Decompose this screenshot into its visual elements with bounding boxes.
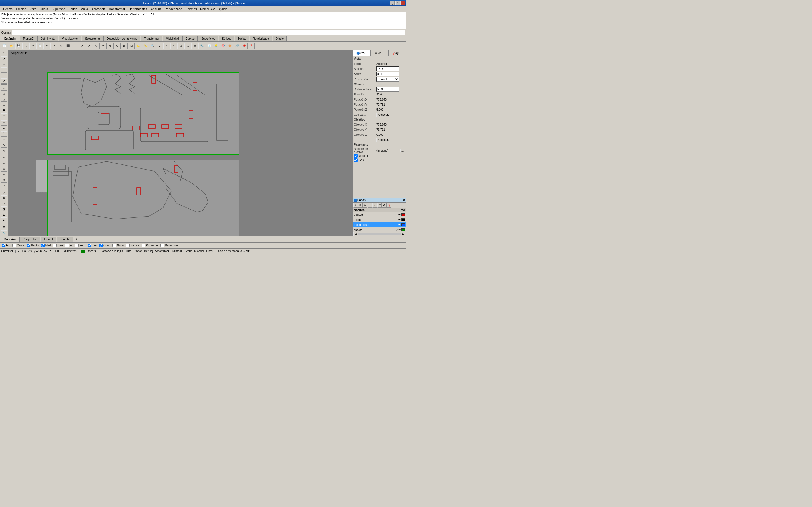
toolbar-btn-27[interactable]: ⚙ bbox=[192, 43, 198, 49]
snap-checkbox-cerca[interactable] bbox=[12, 244, 16, 247]
toolbar-btn-23[interactable]: △ bbox=[163, 43, 170, 49]
toolbar-btn-20[interactable]: 📏 bbox=[142, 43, 149, 49]
viewport-dropdown-icon[interactable]: ▼ bbox=[24, 51, 27, 55]
toolbar-btn-30[interactable]: 💡 bbox=[213, 43, 219, 49]
snap-item-proyectar[interactable]: Proyectar bbox=[142, 244, 158, 247]
toolbar-btn-0[interactable]: 📄 bbox=[1, 43, 8, 49]
toolbar-btn-15[interactable]: ⊕ bbox=[107, 43, 114, 49]
maximize-button[interactable]: □ bbox=[395, 1, 400, 5]
toolbar-tab-superficies[interactable]: Superficies bbox=[198, 36, 218, 41]
layer-row-pockets[interactable]: pockets👁 bbox=[353, 212, 406, 217]
toolbar-btn-13[interactable]: ⟲ bbox=[93, 43, 100, 49]
snap-checkbox-perp[interactable] bbox=[75, 244, 79, 247]
layer-eye-icon-3[interactable]: 👁 bbox=[398, 228, 401, 231]
toolbar-btn-19[interactable]: 📐 bbox=[135, 43, 142, 49]
layer-row-sheets[interactable]: sheets✓👁 bbox=[353, 227, 406, 231]
layer-color-0[interactable] bbox=[402, 213, 405, 216]
toolbar-btn-29[interactable]: 📊 bbox=[206, 43, 212, 49]
left-tool-btn-5[interactable]: ⤢ bbox=[1, 78, 7, 83]
menu-item-acotación[interactable]: Acotación bbox=[90, 7, 107, 11]
toolbar-tab-visualización[interactable]: Visualización bbox=[59, 36, 82, 41]
snap-checkbox-fin[interactable] bbox=[2, 244, 5, 247]
toolbar-btn-5[interactable]: 📋 bbox=[36, 43, 43, 49]
snap-checkbox-med[interactable] bbox=[41, 244, 45, 247]
left-tool-btn-19[interactable]: ⊞ bbox=[1, 161, 7, 166]
snap-checkbox-vértice[interactable] bbox=[126, 244, 130, 247]
hscroll-track[interactable] bbox=[358, 233, 401, 235]
prop-pos-btn[interactable]: Colocar... bbox=[376, 113, 392, 117]
prop-distancia-input[interactable] bbox=[376, 87, 399, 92]
layer-tool-add[interactable]: + bbox=[353, 203, 358, 208]
snap-item-tan[interactable]: Tan bbox=[88, 244, 97, 247]
left-tool-btn-6[interactable]: ○ bbox=[1, 86, 7, 91]
toolbar-btn-25[interactable]: □ bbox=[177, 43, 184, 49]
left-tool-btn-16[interactable]: ∿ bbox=[1, 143, 7, 148]
toolbar-tab-planosc[interactable]: PlanosC bbox=[20, 36, 37, 41]
toolbar-btn-7[interactable]: ↪ bbox=[50, 43, 57, 49]
layer-tool-cut[interactable]: ✂ bbox=[363, 203, 367, 208]
view-tab-superior[interactable]: Superior bbox=[1, 237, 19, 242]
snap-checkbox-tan[interactable] bbox=[88, 244, 91, 247]
menu-item-paneles[interactable]: Paneles bbox=[184, 7, 199, 11]
left-tool-btn-1[interactable]: ↗ bbox=[1, 56, 7, 62]
snap-checkbox-proyectar[interactable] bbox=[142, 244, 145, 247]
left-tool-btn-13[interactable]: ✒ bbox=[1, 126, 7, 131]
toolbar-btn-35[interactable]: ❓ bbox=[248, 43, 255, 49]
toolbar-btn-9[interactable]: ⬛ bbox=[64, 43, 71, 49]
menu-item-edición[interactable]: Edición bbox=[14, 7, 28, 11]
layer-row-lounge-chair[interactable]: lounge chair👁 bbox=[353, 222, 406, 227]
viewport-area[interactable]: Superior ▼ bbox=[8, 50, 352, 236]
hscroll-right-btn[interactable]: ▶ bbox=[401, 232, 405, 236]
left-tool-btn-23[interactable]: ∩ bbox=[1, 183, 7, 188]
menu-item-análisis[interactable]: Análisis bbox=[149, 7, 163, 11]
layer-tool-up[interactable]: ↑ bbox=[368, 203, 372, 208]
toolbar-btn-4[interactable]: ✂ bbox=[29, 43, 36, 49]
snap-item-med[interactable]: Med bbox=[41, 244, 51, 247]
snap-item-int[interactable]: Int bbox=[65, 244, 73, 247]
toolbar-btn-16[interactable]: ⊖ bbox=[114, 43, 121, 49]
menu-item-curva[interactable]: Curva bbox=[38, 7, 50, 11]
left-tool-btn-7[interactable]: □ bbox=[1, 91, 7, 96]
toolbar-tab-dibujo[interactable]: Dibujo bbox=[273, 36, 287, 41]
layer-tool-delete[interactable]: 🗑 bbox=[358, 203, 363, 208]
left-tool-btn-18[interactable]: ✂ bbox=[1, 155, 7, 161]
snap-item-perp[interactable]: Perp bbox=[75, 244, 86, 247]
toolbar-tab-curvas[interactable]: Curvas bbox=[183, 36, 198, 41]
layer-color-3[interactable] bbox=[402, 228, 405, 231]
left-tool-btn-28[interactable]: ⬕ bbox=[1, 212, 7, 217]
toolbar-btn-32[interactable]: 🎨 bbox=[227, 43, 234, 49]
left-tool-btn-31[interactable]: 🔧 bbox=[1, 230, 7, 236]
layer-row-profile[interactable]: profile👁 bbox=[353, 217, 406, 222]
minimize-button[interactable]: _ bbox=[390, 1, 395, 5]
toolbar-btn-1[interactable]: 📂 bbox=[8, 43, 15, 49]
menu-item-vista[interactable]: Vista bbox=[28, 7, 38, 11]
left-tool-btn-3[interactable]: ↔ bbox=[1, 67, 7, 73]
layer-eye-icon-1[interactable]: 👁 bbox=[398, 218, 401, 221]
left-tool-btn-21[interactable]: ⊕ bbox=[1, 172, 7, 177]
snap-checkbox-desactivar[interactable] bbox=[160, 244, 164, 247]
prop-anchura-input[interactable] bbox=[376, 66, 399, 71]
menu-item-herramientas[interactable]: Herramientas bbox=[127, 7, 149, 11]
toolbar-btn-11[interactable]: ↗ bbox=[79, 43, 86, 49]
toolbar-btn-6[interactable]: ↩ bbox=[43, 43, 50, 49]
left-tool-btn-9[interactable]: ⬡ bbox=[1, 102, 7, 107]
left-tool-btn-29[interactable]: ⬖ bbox=[1, 217, 7, 223]
toolbar-btn-28[interactable]: 🔧 bbox=[199, 43, 205, 49]
menu-item-ayuda[interactable]: Ayuda bbox=[217, 7, 229, 11]
toolbar-tab-estándar[interactable]: Estándar bbox=[1, 36, 19, 41]
rp-tab-visibility[interactable]: 👁 Vis... bbox=[370, 50, 388, 56]
left-tool-btn-8[interactable]: △ bbox=[1, 97, 7, 102]
snap-checkbox-punto[interactable] bbox=[27, 244, 31, 247]
snap-item-desactivar[interactable]: Desactivar bbox=[160, 244, 178, 247]
rp-tab-properties[interactable]: 🔵 Pro... bbox=[353, 50, 370, 56]
snap-item-nodo[interactable]: Nodo bbox=[112, 244, 124, 247]
menu-item-sólido[interactable]: Sólido bbox=[67, 7, 79, 11]
snap-checkbox-nodo[interactable] bbox=[112, 244, 116, 247]
layer-tool-down[interactable]: ↓ bbox=[372, 203, 377, 208]
toolbar-btn-21[interactable]: 🔍 bbox=[149, 43, 156, 49]
layer-eye-icon-2[interactable]: 👁 bbox=[398, 223, 401, 226]
snap-item-cen[interactable]: Cen bbox=[53, 244, 63, 247]
close-button[interactable]: ✕ bbox=[400, 1, 405, 5]
snap-item-vértice[interactable]: Vértice bbox=[126, 244, 139, 247]
toolbar-tab-mallas[interactable]: Mallas bbox=[235, 36, 249, 41]
